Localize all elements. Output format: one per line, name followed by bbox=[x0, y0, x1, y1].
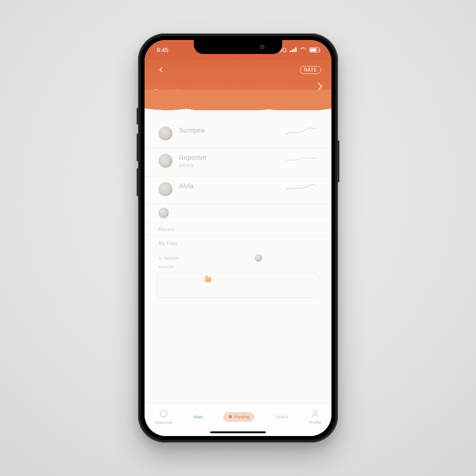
table-row[interactable] bbox=[157, 288, 319, 298]
cell bbox=[205, 277, 250, 283]
hero-bottom-curve bbox=[145, 90, 331, 110]
avatar bbox=[255, 254, 262, 262]
list-item-title: Alvia bbox=[179, 182, 278, 190]
tab-label: Profile bbox=[309, 420, 321, 425]
tab-label: Overview bbox=[155, 420, 172, 425]
battery-icon bbox=[309, 47, 319, 53]
chip-label: Pending bbox=[234, 415, 249, 419]
summary-card[interactable] bbox=[157, 272, 319, 298]
section-label: My Files bbox=[145, 237, 331, 249]
back-button[interactable] bbox=[155, 64, 167, 76]
signal-icon bbox=[290, 47, 297, 52]
list-item-title: Surepea bbox=[179, 126, 278, 134]
notch bbox=[194, 40, 282, 54]
summary-col bbox=[288, 254, 317, 262]
svg-point-0 bbox=[160, 410, 167, 417]
summary-col: A. Samium bbox=[159, 254, 200, 262]
phone-power-button bbox=[337, 140, 339, 182]
header-badge[interactable]: RATE bbox=[300, 66, 321, 74]
sparkline-icon bbox=[285, 154, 317, 165]
status-chip[interactable]: Pending bbox=[224, 412, 254, 422]
list-item[interactable]: Alvia bbox=[145, 177, 331, 204]
avatar bbox=[159, 154, 172, 168]
phone-frame: 9:45 5G RATE Transactions bbox=[138, 33, 338, 443]
phone-mute-switch bbox=[137, 108, 139, 125]
table-row[interactable] bbox=[157, 272, 319, 288]
transaction-list[interactable]: Surepea Repomet socers bbox=[145, 110, 331, 403]
list-item[interactable]: Repomet socers bbox=[145, 148, 331, 177]
list-item[interactable] bbox=[145, 204, 331, 223]
avatar bbox=[159, 208, 169, 218]
sparkline-icon bbox=[285, 126, 317, 138]
tab-profile[interactable]: Profile bbox=[309, 409, 321, 425]
header-hero: RATE Transactions bbox=[145, 60, 331, 110]
tab-overview[interactable]: Overview bbox=[155, 409, 172, 425]
status-time: 9:45 bbox=[157, 46, 168, 53]
section-label: Recent bbox=[145, 223, 331, 235]
list-item-sub: socers bbox=[179, 163, 278, 168]
sparkline-icon bbox=[285, 182, 317, 193]
home-indicator[interactable] bbox=[210, 431, 266, 433]
screen: 9:45 5G RATE Transactions bbox=[145, 40, 331, 436]
phone-volume-down bbox=[137, 168, 139, 196]
summary-col bbox=[255, 254, 284, 262]
summary-header: A. Samium bbox=[157, 252, 319, 264]
tab-stats[interactable]: Stats bbox=[193, 415, 203, 419]
tab-label: Orders bbox=[275, 415, 288, 419]
summary-sub: seconds bbox=[157, 264, 319, 272]
list-item[interactable]: Surepea bbox=[145, 121, 331, 148]
summary-block: A. Samium seconds bbox=[145, 249, 331, 300]
tab-bar: Overview Stats Pending Orders Profile bbox=[145, 403, 331, 436]
list-item-title: Repomet bbox=[179, 154, 278, 161]
phone-volume-up bbox=[137, 133, 139, 161]
wifi-icon bbox=[300, 47, 306, 52]
folder-icon bbox=[205, 277, 212, 282]
summary-col bbox=[204, 254, 251, 262]
svg-point-1 bbox=[313, 410, 317, 414]
dot-icon bbox=[229, 415, 232, 418]
avatar bbox=[159, 126, 172, 140]
avatar bbox=[159, 182, 172, 196]
tab-label: Stats bbox=[193, 415, 203, 419]
tab-orders[interactable]: Orders bbox=[275, 415, 288, 419]
